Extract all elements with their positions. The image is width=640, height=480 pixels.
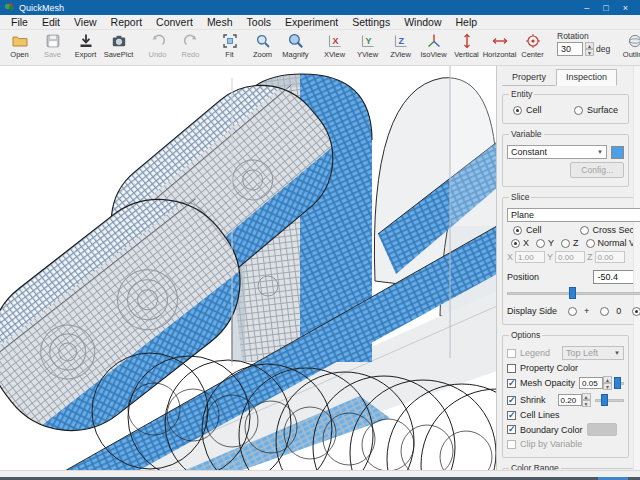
- title-bar: QuickMesh – □ ×: [0, 0, 640, 15]
- camera-icon: [111, 33, 127, 49]
- slice-cross-option[interactable]: Cross Section: [580, 225, 640, 235]
- entity-group: Entity Cell Surface: [502, 89, 629, 124]
- isoview-button[interactable]: IsoView: [417, 31, 450, 60]
- maximize-button[interactable]: □: [603, 3, 608, 13]
- shrink-stepper[interactable]: ▲▼: [582, 393, 591, 407]
- options-group: Options Legend Top Left▼ Property Color …: [502, 330, 629, 458]
- vector-x-field[interactable]: 1.00: [515, 251, 545, 263]
- tab-property[interactable]: Property: [502, 69, 556, 86]
- legend-position-select[interactable]: Top Left▼: [562, 346, 624, 360]
- radio-axis-x[interactable]: [511, 239, 520, 248]
- panel-scrollbar[interactable]: [633, 66, 640, 470]
- mesh-opacity-slider-handle[interactable]: [614, 377, 621, 389]
- shrink-checkbox[interactable]: [507, 396, 516, 405]
- rotation-input[interactable]: 30: [557, 42, 583, 56]
- vector-z-field[interactable]: 0.00: [595, 251, 625, 263]
- app-logo-icon: [4, 2, 15, 13]
- fit-button[interactable]: Fit: [213, 31, 246, 60]
- menu-file[interactable]: File: [4, 16, 35, 28]
- yview-button[interactable]: YView: [351, 31, 384, 60]
- entity-cell-option[interactable]: Cell: [513, 105, 542, 115]
- close-button[interactable]: ×: [623, 3, 628, 13]
- menu-convert[interactable]: Convert: [149, 16, 200, 28]
- rotation-unit-label: deg: [596, 44, 610, 54]
- savepict-button[interactable]: SavePict: [102, 31, 135, 60]
- slice-type-select[interactable]: Plane▼: [507, 208, 640, 222]
- radio-surface[interactable]: [574, 106, 583, 115]
- boundary-color-swatch[interactable]: [587, 423, 617, 436]
- radio-side-zero[interactable]: [600, 307, 609, 316]
- radio-side-plus[interactable]: [568, 307, 577, 316]
- menu-view[interactable]: View: [67, 16, 104, 28]
- export-button[interactable]: Export: [69, 31, 102, 60]
- magnifier-icon: [288, 33, 304, 49]
- legend-checkbox[interactable]: [507, 349, 516, 358]
- save-button[interactable]: Save: [36, 31, 69, 60]
- radio-slice-cell[interactable]: [513, 226, 522, 235]
- open-button[interactable]: Open: [3, 31, 36, 60]
- minimize-button[interactable]: –: [584, 3, 589, 13]
- radio-cross-section[interactable]: [580, 226, 589, 235]
- redo-arrow-icon: [183, 33, 199, 49]
- property-color-checkbox[interactable]: [507, 364, 516, 373]
- variable-color-swatch[interactable]: [611, 146, 624, 159]
- variable-select[interactable]: Constant▼: [507, 145, 607, 159]
- redo-button[interactable]: Redo: [174, 31, 207, 60]
- position-slider[interactable]: [507, 287, 640, 299]
- z-axis-icon: [393, 33, 409, 49]
- shrink-slider-handle[interactable]: [601, 394, 608, 406]
- outline-button[interactable]: Outline: [618, 31, 640, 60]
- center-target-icon: [525, 33, 541, 49]
- radio-axis-z[interactable]: [561, 239, 570, 248]
- rotation-down-icon[interactable]: ▼: [585, 49, 594, 56]
- x-axis-icon: [327, 33, 343, 49]
- magnify-button[interactable]: Magnify: [279, 31, 312, 60]
- position-label: Position: [507, 272, 539, 282]
- boundary-color-checkbox[interactable]: [507, 425, 516, 434]
- shrink-value[interactable]: 0.20: [558, 394, 582, 406]
- entity-surface-option[interactable]: Surface: [574, 105, 618, 115]
- clip-by-variable-checkbox[interactable]: [507, 440, 516, 449]
- mesh-opacity-checkbox[interactable]: [507, 379, 516, 388]
- vertical-button[interactable]: Vertical: [450, 31, 483, 60]
- menu-help[interactable]: Help: [449, 16, 485, 28]
- cell-lines-checkbox[interactable]: [507, 411, 516, 420]
- menu-bar: File Edit View Report Convert Mesh Tools…: [0, 15, 640, 30]
- rotation-stepper[interactable]: ▲▼: [585, 42, 594, 56]
- radio-cell[interactable]: [513, 106, 522, 115]
- slice-group: Slice Plane▼ Cell Cross Section X Y Z No…: [502, 192, 640, 325]
- slice-cell-option[interactable]: Cell: [513, 225, 542, 235]
- menu-edit[interactable]: Edit: [35, 16, 67, 28]
- shrink-slider[interactable]: [595, 394, 624, 406]
- mesh-opacity-value[interactable]: 0.05: [579, 377, 603, 389]
- display-side-label: Display Side: [507, 306, 557, 316]
- menu-settings[interactable]: Settings: [345, 16, 397, 28]
- mesh-opacity-stepper[interactable]: ▲▼: [603, 376, 612, 390]
- position-slider-handle[interactable]: [569, 287, 576, 299]
- viewport-3d[interactable]: [0, 66, 497, 470]
- xview-button[interactable]: XView: [318, 31, 351, 60]
- menu-experiment[interactable]: Experiment: [278, 16, 345, 28]
- window-title: QuickMesh: [19, 3, 584, 13]
- radio-axis-y[interactable]: [536, 239, 545, 248]
- rotation-up-icon[interactable]: ▲: [585, 42, 594, 49]
- zview-button[interactable]: ZView: [384, 31, 417, 60]
- vector-y-field[interactable]: 0.00: [555, 251, 585, 263]
- horizontal-button[interactable]: Horizontal: [483, 31, 516, 60]
- mesh-opacity-slider[interactable]: [616, 377, 624, 389]
- inspection-panel: Property Inspection Entity Cell Surface …: [497, 66, 640, 470]
- radio-side-minus[interactable]: [632, 307, 640, 316]
- radio-axis-normal[interactable]: [586, 239, 595, 248]
- config-button[interactable]: Config...: [570, 162, 624, 178]
- menu-tools[interactable]: Tools: [240, 16, 279, 28]
- panel-tabs: Property Inspection: [502, 69, 629, 86]
- undo-button[interactable]: Undo: [141, 31, 174, 60]
- menu-report[interactable]: Report: [104, 16, 150, 28]
- zoom-button[interactable]: Zoom: [246, 31, 279, 60]
- status-bar: [0, 470, 640, 477]
- menu-mesh[interactable]: Mesh: [200, 16, 240, 28]
- menu-window[interactable]: Window: [397, 16, 448, 28]
- save-floppy-icon: [45, 33, 61, 49]
- tab-inspection[interactable]: Inspection: [556, 69, 617, 86]
- center-button[interactable]: Center: [516, 31, 549, 60]
